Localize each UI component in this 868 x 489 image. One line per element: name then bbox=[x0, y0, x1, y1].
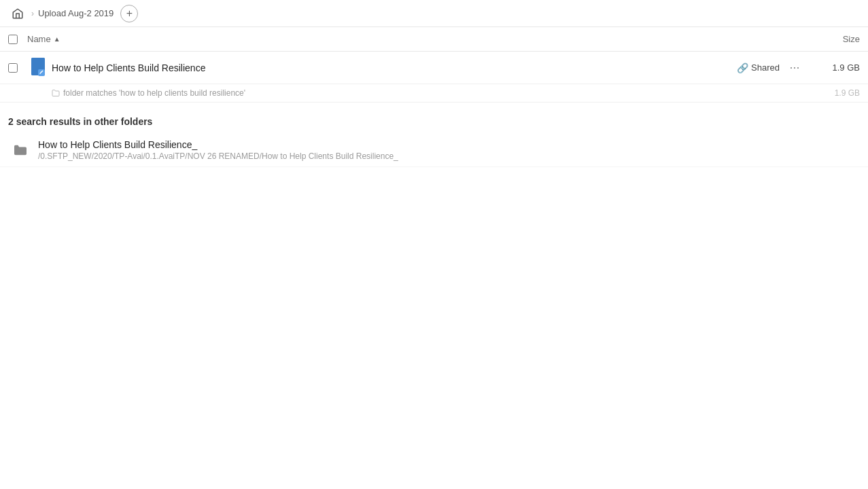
file-name: How to Help Clients Build Resilience bbox=[52, 62, 737, 73]
breadcrumb-separator: › bbox=[31, 9, 34, 18]
match-hint-row: folder matches 'how to help clients buil… bbox=[0, 84, 868, 103]
folder-icon bbox=[13, 144, 28, 156]
file-icon-wrap bbox=[27, 57, 52, 79]
home-button[interactable] bbox=[8, 4, 27, 23]
other-result-row[interactable]: How to Help Clients Build Resilience_ /0… bbox=[0, 134, 868, 167]
file-size: 1.9 GB bbox=[812, 62, 860, 73]
select-all-checkbox[interactable] bbox=[8, 35, 18, 44]
document-icon bbox=[30, 57, 49, 79]
file-checkbox[interactable] bbox=[8, 63, 18, 73]
match-hint-text: folder matches 'how to help clients buil… bbox=[63, 88, 245, 98]
other-result-info: How to Help Clients Build Resilience_ /0… bbox=[38, 139, 860, 161]
more-options-button[interactable]: ··· bbox=[785, 58, 804, 77]
folder-icon-wrap bbox=[8, 144, 33, 156]
shared-badge: 🔗 Shared bbox=[737, 62, 780, 73]
breadcrumb-bar: › Upload Aug-2 2019 + bbox=[0, 0, 868, 27]
file-checkbox-area[interactable] bbox=[8, 63, 27, 73]
size-column-header: Size bbox=[805, 34, 860, 44]
folder-small-icon bbox=[52, 89, 60, 97]
shared-label: Shared bbox=[751, 62, 780, 73]
match-hint-size: 1.9 GB bbox=[812, 88, 860, 98]
name-column-header[interactable]: Name ▲ bbox=[27, 34, 805, 44]
home-icon bbox=[12, 7, 24, 20]
link-icon: 🔗 bbox=[737, 62, 748, 73]
other-result-path: /0.SFTP_NEW/2020/TP-Avai/0.1.AvaiTP/NOV … bbox=[38, 151, 860, 161]
column-header-row: Name ▲ Size bbox=[0, 27, 868, 52]
file-actions: 🔗 Shared ··· bbox=[737, 58, 804, 77]
sort-arrow-icon: ▲ bbox=[54, 35, 60, 43]
other-results-list: How to Help Clients Build Resilience_ /0… bbox=[0, 134, 868, 167]
select-all-checkbox-area[interactable] bbox=[8, 35, 27, 44]
breadcrumb-item[interactable]: Upload Aug-2 2019 bbox=[38, 8, 114, 18]
other-result-name: How to Help Clients Build Resilience_ bbox=[38, 139, 860, 150]
file-row[interactable]: How to Help Clients Build Resilience 🔗 S… bbox=[0, 52, 868, 84]
add-button[interactable]: + bbox=[120, 5, 138, 22]
other-folders-header: 2 search results in other folders bbox=[0, 103, 868, 134]
